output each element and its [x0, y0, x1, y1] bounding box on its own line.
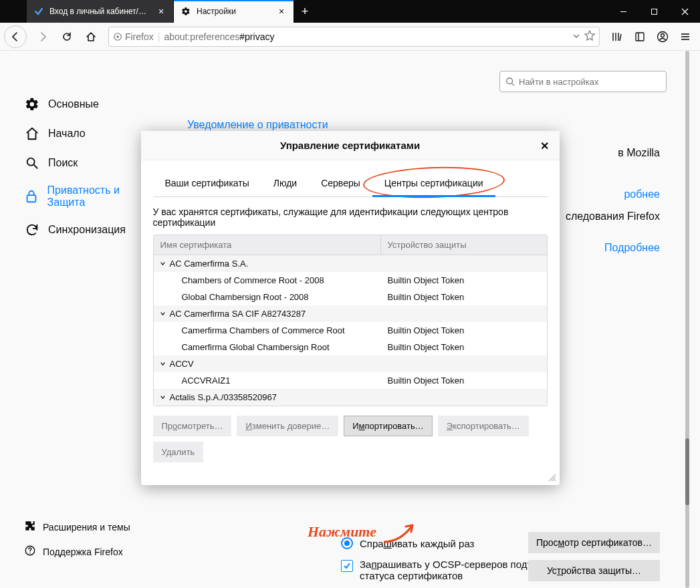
dialog-close-button[interactable]: ✕	[537, 138, 553, 154]
category-privacy[interactable]: Приватность и Защита	[24, 178, 154, 215]
sync-icon	[24, 222, 40, 238]
delete-button: Удалить	[153, 442, 204, 462]
dialog-title: Управление сертификатами	[280, 140, 420, 151]
puzzle-icon	[24, 520, 36, 534]
certificate-table: Имя сертификата Устройство защиты AC Cam…	[153, 235, 548, 406]
tab-authorities[interactable]: Центры сертификации	[372, 171, 495, 196]
cert-row[interactable]: Camerfirma Global Chambersign RootBuilti…	[154, 339, 547, 355]
category-search[interactable]: Поиск	[24, 148, 154, 178]
cert-group[interactable]: AC Camerfirma SA CIF A82743287	[154, 305, 547, 322]
scrollbar-track[interactable]	[685, 51, 689, 588]
menu-button[interactable]	[675, 26, 696, 47]
tab-label: Настройки	[197, 7, 271, 16]
certificate-manager-dialog: Управление сертификатами ✕ Ваши сертифик…	[141, 131, 560, 485]
radio-icon	[341, 537, 353, 549]
chevron-down-icon	[159, 311, 167, 317]
library-button[interactable]	[606, 26, 628, 47]
reload-button[interactable]	[56, 26, 78, 47]
dialog-actions: Просмотреть… Изменить доверие… Импортиро…	[153, 406, 548, 466]
svg-point-13	[27, 158, 35, 166]
url-dropdown-icon[interactable]	[572, 31, 580, 42]
tab-people[interactable]: Люди	[261, 171, 309, 196]
security-devices-button[interactable]: Устройства защиты…	[528, 560, 660, 581]
svg-point-9	[661, 33, 665, 37]
category-home[interactable]: Начало	[24, 119, 154, 148]
bookmark-star-icon[interactable]	[584, 30, 595, 43]
close-window-button[interactable]	[669, 0, 700, 23]
window-controls	[608, 0, 700, 23]
search-preferences-input[interactable]: Найти в настройках	[499, 71, 667, 92]
gear-icon	[24, 96, 40, 112]
identity-box[interactable]: Firefox	[113, 31, 154, 42]
tab-your-certificates[interactable]: Ваши сертификаты	[153, 171, 261, 196]
chevron-down-icon	[159, 394, 167, 400]
svg-rect-1	[651, 9, 657, 14]
sidebar-button[interactable]	[629, 26, 651, 47]
gear-icon	[181, 6, 191, 17]
cert-group[interactable]: ACCV	[154, 355, 547, 372]
cert-row[interactable]: ACCVRAIZ1Builtin Object Token	[154, 372, 547, 389]
extensions-link[interactable]: Расширения и темы	[24, 514, 130, 539]
preferences-sidebar: Основные Начало Поиск Приватность и Защи…	[0, 63, 154, 588]
column-device[interactable]: Устройство защиты	[381, 235, 547, 255]
preferences-page: Основные Начало Поиск Приватность и Защи…	[0, 51, 700, 588]
tab-servers[interactable]: Серверы	[309, 171, 372, 196]
cert-group[interactable]: Actalis S.p.A./03358520967	[154, 389, 547, 406]
table-header: Имя сертификата Устройство защиты	[154, 235, 547, 255]
svg-point-5	[116, 35, 119, 38]
question-icon	[24, 545, 36, 559]
forward-button	[32, 26, 53, 47]
svg-rect-6	[636, 33, 644, 41]
account-button[interactable]	[652, 26, 673, 47]
chevron-down-icon	[159, 261, 167, 267]
cert-row[interactable]: Global Chambersign Root - 2008Builtin Ob…	[154, 289, 547, 305]
browser-toolbar: Firefox | about:preferences#privacy	[0, 23, 700, 51]
category-general[interactable]: Основные	[24, 90, 154, 119]
scrollbar-thumb[interactable]	[685, 438, 689, 505]
lock-icon	[24, 188, 39, 204]
svg-point-17	[29, 553, 31, 554]
privacy-notice-link[interactable]: Уведомление о приватности	[187, 119, 673, 131]
view-button: Просмотреть…	[153, 416, 232, 436]
minimize-button[interactable]	[608, 0, 638, 23]
firefox-icon	[113, 32, 122, 41]
cert-row[interactable]: Camerfirma Chambers of Commerce RootBuil…	[154, 322, 547, 339]
chevron-down-icon	[159, 361, 167, 367]
url-bar[interactable]: Firefox | about:preferences#privacy	[108, 27, 600, 47]
search-icon	[505, 77, 515, 86]
identity-label: Firefox	[125, 31, 154, 42]
search-icon	[24, 155, 40, 171]
checkbox-icon	[341, 560, 353, 572]
svg-rect-15	[27, 195, 36, 202]
url-text: about:preferences#privacy	[164, 31, 568, 42]
new-tab-button[interactable]: +	[294, 0, 316, 23]
studies-text-fragment: следования Firefox	[566, 210, 660, 223]
svg-line-14	[34, 165, 38, 169]
view-certificates-button[interactable]: Просмотр сертификатов…	[528, 532, 660, 553]
cert-row[interactable]: Chambers of Commerce Root - 2008Builtin …	[154, 272, 547, 289]
resize-grip-icon[interactable]	[141, 473, 560, 485]
cert-group[interactable]: AC Camerfirma S.A.	[154, 255, 547, 272]
dialog-tabs: Ваши сертификаты Люди Серверы Центры сер…	[153, 171, 548, 197]
category-sync[interactable]: Синхронизация	[24, 215, 154, 245]
maximize-button[interactable]	[638, 0, 669, 23]
learn-more-fragment[interactable]: робнее	[624, 188, 660, 200]
support-link[interactable]: Поддержка Firefox	[24, 539, 130, 564]
learn-more-link[interactable]: Подробнее	[604, 242, 660, 254]
tab-close-icon[interactable]: ×	[276, 6, 287, 17]
svg-line-19	[512, 84, 515, 86]
browser-tab-1[interactable]: Вход в личный кабинет/СБИС ×	[27, 0, 174, 23]
mozilla-text-fragment: в Mozilla	[618, 147, 660, 159]
dialog-header: Управление сертификатами ✕	[141, 131, 560, 160]
dialog-description: У вас хранятся сертификаты, служащие для…	[153, 206, 548, 228]
back-button[interactable]	[4, 25, 27, 48]
column-name[interactable]: Имя сертификата	[154, 235, 381, 255]
svg-point-18	[507, 78, 513, 84]
browser-tab-2[interactable]: Настройки ×	[174, 0, 294, 23]
home-icon	[24, 126, 40, 142]
home-button[interactable]	[80, 26, 102, 47]
edit-trust-button: Изменить доверие…	[237, 416, 338, 436]
tab-close-icon[interactable]: ×	[156, 6, 166, 17]
import-button[interactable]: Импортировать…	[344, 416, 433, 436]
tab-favicon-sbis	[33, 6, 44, 17]
